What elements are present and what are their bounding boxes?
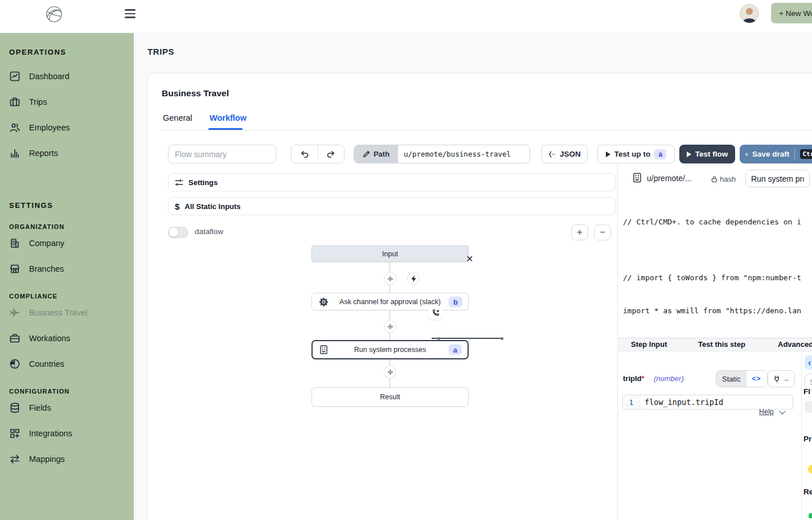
sidebar-item-label: Mappings <box>29 455 65 464</box>
pencil-icon <box>363 150 370 158</box>
sidebar-item-label: Employees <box>29 123 70 132</box>
field-name-label: tripId* <box>623 374 645 383</box>
flow-node-label: Input <box>382 250 398 258</box>
sidebar-item-dashboard[interactable]: Dashboard <box>9 63 125 89</box>
dataflow-toggle[interactable] <box>168 227 188 238</box>
save-icon <box>745 150 748 158</box>
redo-icon <box>326 150 335 159</box>
collapse-panel-button[interactable]: ‹ <box>805 355 812 370</box>
tab-advanced[interactable]: Advanced <box>778 340 812 349</box>
blocks-icon <box>9 428 20 439</box>
close-icon[interactable]: ✕ <box>466 255 473 264</box>
add-step-button[interactable] <box>384 273 396 284</box>
sidebar-subheading-configuration: CONFIGURATION <box>9 388 125 395</box>
sidebar-item-company[interactable]: Company <box>9 230 125 256</box>
sidebar-item-label: Trips <box>29 97 47 107</box>
sidebar-item-employees[interactable]: Employees <box>9 114 125 140</box>
sidebar-item-label: Integrations <box>29 429 72 438</box>
sidebar-item-fields[interactable]: Fields <box>9 395 125 420</box>
add-step-button[interactable] <box>384 366 396 378</box>
flow-node-run-system-processes[interactable]: Run system processes a <box>311 340 469 359</box>
content-card: Business Travel General Workflow Path JS… <box>147 73 812 520</box>
tab-general[interactable]: General <box>163 113 192 122</box>
flow-node-input[interactable]: Input <box>311 245 469 262</box>
variable-dot-icon[interactable] <box>808 465 812 474</box>
inspector-tab-bar: Step Input Test this step Advanced <box>618 338 812 351</box>
flow-settings-row[interactable]: Settings <box>168 173 616 191</box>
code-editor[interactable]: // Ctrl/CMD+. to cache dependencies on i… <box>623 194 812 337</box>
redo-button[interactable] <box>318 145 345 163</box>
props-panel-divider <box>801 350 802 520</box>
path-toggle-label: Path <box>374 150 389 158</box>
flow-node-approval[interactable]: Ask channel for approval (slack) b <box>311 293 469 310</box>
avatar[interactable] <box>740 4 759 23</box>
sidebar-item-integrations[interactable]: Integrations <box>9 420 125 446</box>
branch-connector-dot <box>501 337 503 340</box>
test-up-to-button[interactable]: Test up to a <box>597 145 675 163</box>
tab-workflow[interactable]: Workflow <box>210 113 247 122</box>
sidebar-item-branches[interactable]: Branches <box>9 256 125 281</box>
required-asterisk: * <box>642 374 645 383</box>
lightning-icon <box>411 275 417 282</box>
play-icon <box>687 152 691 157</box>
save-draft-button[interactable]: Save draft Ctrl <box>740 145 812 163</box>
props-chip[interactable] <box>805 401 812 413</box>
briefcase-icon <box>9 96 20 108</box>
lock-icon <box>711 175 718 185</box>
step-id-badge: a <box>449 345 462 355</box>
json-button[interactable]: JSON <box>542 145 588 163</box>
sidebar-heading-operations: OPERATIONS <box>9 48 125 56</box>
sidebar-item-label: Countries <box>29 359 64 368</box>
sidebar-item-label: Workations <box>29 334 70 343</box>
path-group: Path <box>354 145 530 163</box>
code-mode-button[interactable]: <> <box>747 371 767 387</box>
globe-icon <box>9 358 20 370</box>
hash-label[interactable]: hash <box>720 175 736 183</box>
static-mode-button[interactable]: Static <box>716 371 747 387</box>
sidebar-item-trips[interactable]: Trips <box>9 89 125 114</box>
sidebar-item-label: Company <box>29 239 64 248</box>
people-icon <box>9 122 20 133</box>
add-step-button[interactable] <box>384 321 396 332</box>
sidebar-item-business-travel[interactable]: Business Travel <box>9 300 125 325</box>
all-static-inputs-row[interactable]: $ All Static Inputs <box>168 197 616 215</box>
sidebar-item-label: Reports <box>29 149 58 158</box>
script-path[interactable]: u/premote/... <box>647 174 692 183</box>
connect-input-button[interactable]: → <box>768 370 795 387</box>
plus-icon <box>387 324 393 330</box>
sidebar-subheading-compliance: COMPLIANCE <box>9 293 125 300</box>
expression-value[interactable]: flow_input.tripId <box>640 395 793 409</box>
flow-node-label: Run system processes <box>354 346 426 354</box>
menu-icon[interactable] <box>125 9 136 18</box>
plus-icon <box>387 369 393 375</box>
flow-summary-input[interactable] <box>168 145 276 163</box>
sidebar-item-workations[interactable]: Workations <box>9 325 125 351</box>
trigger-button[interactable] <box>408 273 419 284</box>
tab-step-input[interactable]: Step Input <box>631 340 667 349</box>
sidebar-item-countries[interactable]: Countries <box>9 351 125 376</box>
props-section-resources: Re <box>803 488 812 496</box>
line-number: 1 <box>623 395 640 409</box>
props-section-previous: Pr <box>803 435 811 443</box>
sidebar-item-reports[interactable]: Reports <box>9 140 125 166</box>
step-id-badge: b <box>449 296 462 307</box>
undo-redo-group <box>291 145 345 163</box>
zoom-in-button[interactable]: + <box>571 224 588 240</box>
flow-node-result[interactable]: Result <box>311 387 469 407</box>
undo-button[interactable] <box>292 145 318 163</box>
test-flow-button[interactable]: Test flow <box>679 145 735 163</box>
code-line: // Ctrl/CMD+. to cache dependencies on i <box>623 216 812 228</box>
path-toggle-button[interactable]: Path <box>354 145 398 163</box>
new-workflow-button[interactable]: + New Wor <box>771 3 812 23</box>
bar-chart-icon <box>9 148 20 159</box>
path-input[interactable] <box>398 145 530 163</box>
swap-arrows-icon <box>9 453 20 465</box>
sidebar-item-mappings[interactable]: Mappings <box>9 446 125 472</box>
code-line: // import { toWords } from "npm:number-t <box>623 272 812 284</box>
step-summary-input[interactable] <box>745 170 810 187</box>
tab-test-this-step[interactable]: Test this step <box>698 340 745 349</box>
dataflow-label: dataflow <box>195 227 223 236</box>
suspend-approval-icon[interactable] <box>428 306 443 320</box>
help-link[interactable]: Help <box>759 408 774 416</box>
zoom-out-button[interactable]: − <box>594 224 611 240</box>
